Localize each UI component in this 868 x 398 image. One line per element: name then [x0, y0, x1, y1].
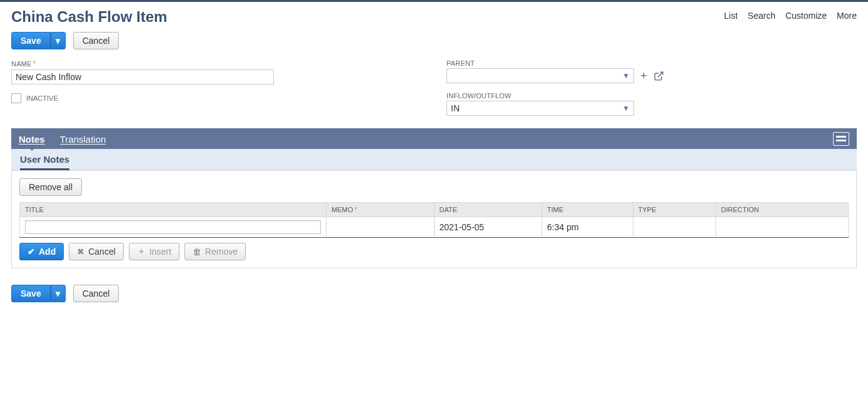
col-time[interactable]: TIME	[542, 203, 633, 217]
tab-bar: Notes Translation	[11, 128, 857, 149]
save-button-bottom[interactable]: Save	[11, 285, 51, 302]
col-title[interactable]: TITLE	[20, 203, 326, 217]
cell-memo[interactable]	[326, 217, 434, 238]
parent-label: PARENT	[447, 59, 857, 67]
list-view-icon[interactable]	[833, 132, 849, 146]
chevron-down-icon: ▾	[56, 288, 60, 298]
cell-date[interactable]: 2021-05-05	[434, 217, 542, 238]
link-list[interactable]: List	[724, 11, 738, 21]
check-icon: ✔	[28, 247, 35, 257]
name-label: NAME*	[11, 59, 421, 68]
save-split-button: Save ▾	[11, 32, 66, 49]
cancel-row-button[interactable]: ✖ Cancel	[69, 243, 124, 260]
tab-notes[interactable]: Notes	[19, 130, 45, 147]
chevron-down-icon: ▼	[622, 71, 630, 80]
table-row[interactable]: 2021-05-05 6:34 pm	[20, 217, 849, 238]
save-dropdown-toggle-bottom[interactable]: ▾	[51, 285, 66, 302]
link-customize[interactable]: Customize	[785, 11, 827, 21]
parent-select[interactable]: ▼	[447, 68, 634, 83]
link-search[interactable]: Search	[748, 11, 775, 21]
cancel-button-bottom[interactable]: Cancel	[73, 285, 119, 302]
add-parent-icon[interactable]: +	[640, 70, 647, 81]
col-type[interactable]: TYPE	[633, 203, 716, 217]
remove-all-button[interactable]: Remove all	[19, 178, 82, 196]
required-asterisk-icon: *	[33, 59, 36, 68]
col-date[interactable]: DATE	[434, 203, 542, 217]
open-parent-icon[interactable]	[654, 71, 664, 81]
save-split-button-bottom: Save ▾	[11, 285, 66, 302]
inflow-outflow-label: INFLOW/OUTFLOW	[447, 92, 857, 100]
col-memo[interactable]: MEMO*	[326, 203, 434, 217]
notes-table: TITLE MEMO* DATE TIME TYPE DIRECTION 202…	[19, 202, 849, 238]
cell-type[interactable]	[633, 217, 716, 238]
header-links: List Search Customize More	[724, 8, 857, 21]
cell-direction[interactable]	[716, 217, 849, 238]
save-dropdown-toggle[interactable]: ▾	[51, 32, 66, 49]
required-asterisk-icon: *	[354, 205, 357, 214]
svg-line-0	[658, 72, 663, 77]
save-button[interactable]: Save	[11, 32, 51, 49]
plus-icon: ＋	[137, 246, 146, 257]
close-icon: ✖	[77, 247, 84, 257]
subtab-bar: User Notes	[11, 149, 857, 171]
subtab-user-notes[interactable]: User Notes	[20, 154, 69, 170]
user-notes-panel: Remove all TITLE MEMO* DATE TIME TYPE DI…	[11, 171, 857, 268]
cancel-button[interactable]: Cancel	[73, 32, 119, 49]
name-field[interactable]	[11, 69, 274, 84]
trash-icon: 🗑	[193, 247, 201, 257]
page-title: China Cash Flow Item	[11, 8, 167, 26]
chevron-down-icon: ▼	[622, 104, 630, 113]
add-row-button[interactable]: ✔ Add	[19, 243, 64, 260]
inactive-label: INACTIVE	[26, 94, 58, 102]
cell-title-input[interactable]	[25, 220, 321, 234]
chevron-down-icon: ▾	[56, 36, 60, 46]
inactive-checkbox[interactable]	[11, 93, 21, 103]
remove-row-button[interactable]: 🗑 Remove	[184, 243, 246, 260]
tab-translation[interactable]: Translation	[60, 130, 106, 147]
link-more[interactable]: More	[837, 11, 857, 21]
inflow-outflow-select[interactable]: IN ▼	[447, 101, 634, 116]
cell-time[interactable]: 6:34 pm	[542, 217, 633, 238]
insert-row-button[interactable]: ＋ Insert	[129, 243, 179, 260]
col-direction[interactable]: DIRECTION	[716, 203, 849, 217]
